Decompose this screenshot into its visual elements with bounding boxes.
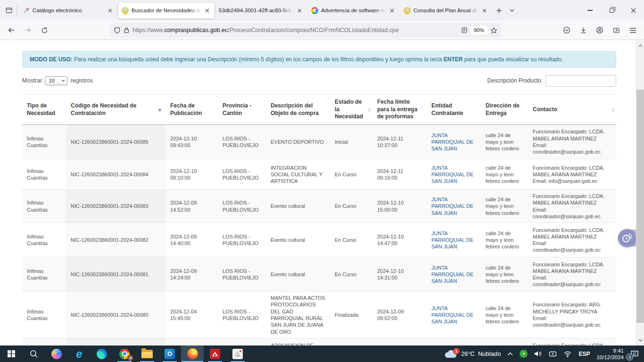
tab-close-icon[interactable]	[388, 6, 396, 15]
cell-provincia-canton	[218, 338, 266, 346]
browser-toolbar: https://www.compraspublicas.gob.ec/Proce…	[0, 21, 644, 40]
acrobat-button[interactable]	[204, 346, 226, 362]
header-tipo-necesidad[interactable]: Tipo de Necesidad	[22, 95, 66, 125]
zoom-level-button[interactable]: 90%	[471, 26, 487, 34]
header-descripcion-objeto[interactable]: Descripción del Objeto de compra	[266, 95, 330, 125]
google-favicon	[311, 7, 318, 14]
menu-button[interactable]	[625, 23, 640, 37]
pocket-icon[interactable]	[559, 23, 574, 37]
send-tab-button[interactable]	[609, 23, 624, 37]
ecuador-emblem-favicon	[404, 7, 411, 14]
length-menu-suffix: registros	[70, 77, 93, 84]
tab-pdf-blob[interactable]: 53db2494-3001-42ff-ac80-5c5	[215, 3, 307, 18]
firefox-view-button[interactable]	[3, 3, 17, 17]
url-domain: compraspublicas.gob.ec	[164, 27, 228, 33]
header-fecha-publicacion[interactable]: Fecha de Publicación	[165, 95, 218, 125]
antivirus-tray-button[interactable]: ✦	[516, 346, 531, 362]
header-provincia-canton[interactable]: Provincia - Cantón	[218, 95, 266, 125]
cell-fecha-publicacion: 2024-12-09 14:52:00	[165, 190, 218, 223]
product-description-input[interactable]	[545, 75, 616, 87]
scrollbar-thumb[interactable]	[636, 90, 644, 323]
internet-explorer-button[interactable]: e	[68, 346, 91, 362]
outlook-button[interactable]: O	[158, 346, 181, 362]
restore-button[interactable]	[601, 0, 622, 21]
tab-close-icon[interactable]	[295, 6, 304, 15]
file-explorer-button[interactable]	[136, 346, 158, 362]
header-estado[interactable]: Estado de la Necesidad▲▼	[330, 95, 372, 125]
close-button[interactable]	[622, 0, 644, 21]
restore-icon	[610, 8, 614, 13]
tab-buscador-necesidades[interactable]: Buscador de Necesidades de	[118, 3, 215, 18]
entidad-contratante-link[interactable]: JUNTA PARROQUIAL DE SAN JUAN	[431, 197, 473, 216]
edge-button[interactable]	[91, 346, 113, 362]
page-scrollbar[interactable]	[636, 41, 644, 346]
wireless-display-button[interactable]	[545, 346, 560, 362]
tab-close-icon[interactable]	[203, 6, 211, 15]
notification-center-button[interactable]: 3	[627, 346, 642, 362]
header-direccion[interactable]: Dirección de Entrega	[481, 95, 528, 125]
chrome-profile-badge: G	[127, 355, 133, 361]
usage-notice-banner: MODO DE USO: Para realizar una búsqueda …	[22, 51, 616, 68]
cell-descripcion-objeto: Evento cultural	[266, 190, 330, 223]
cell-direccion-entrega	[481, 338, 528, 346]
header-fecha-limite[interactable]: Fecha límite para la entrega de proforma…	[372, 95, 427, 125]
scroll-down-icon[interactable]	[636, 336, 644, 345]
cell-contacto: Funcionario Encargado: LCDA.	[528, 338, 616, 346]
cell-fecha-limite: 2024-12-10 15:00:00	[372, 190, 427, 223]
cell-tipo-necesidad: Ínfimas Cuantías	[22, 190, 66, 223]
start-button[interactable]	[0, 346, 23, 362]
table-row: Ínfimas Cuantías NIC-1260023860001-2024-…	[22, 159, 616, 190]
minimize-button[interactable]	[579, 0, 601, 21]
cell-fecha-publicacion: 2024-12-09 14:24:00	[165, 257, 218, 292]
account-button[interactable]	[592, 23, 607, 37]
downloads-button[interactable]	[576, 23, 591, 37]
url-bar[interactable]: https://www.compraspublicas.gob.ec/Proce…	[110, 23, 501, 38]
entidad-contratante-link[interactable]: JUNTA PARROQUIAL DE SAN JUAN	[431, 230, 473, 250]
scroll-up-icon[interactable]	[636, 41, 644, 50]
weather-widget[interactable]: 1 26°C Nublado	[440, 346, 504, 362]
entidad-contratante-link[interactable]: JUNTA PARROQUIAL DE SAN JUAN	[431, 265, 473, 284]
back-button[interactable]	[4, 23, 19, 37]
tab-consulta-plan-anual[interactable]: Consulta del Plan Anual de C	[400, 3, 492, 18]
network-button[interactable]	[560, 346, 575, 362]
new-tab-button[interactable]	[492, 4, 505, 17]
cell-entidad: JUNTA PARROQUIAL DE SAN JUAN	[427, 190, 481, 223]
outlook-icon: O	[165, 349, 175, 359]
tab-catalogo-electronico[interactable]: Catálogo electrónico	[19, 3, 117, 18]
cell-estado: En Curso	[330, 159, 372, 190]
reader-view-icon[interactable]	[461, 27, 468, 33]
chrome-button[interactable]: G	[113, 346, 136, 362]
firefox-button[interactable]	[181, 346, 204, 362]
language-indicator[interactable]: ESP	[575, 346, 593, 362]
bookmark-star-icon[interactable]	[490, 27, 497, 34]
list-all-tabs-button[interactable]	[505, 4, 519, 17]
tray-overflow-button[interactable]	[504, 346, 516, 362]
table-row: Ínfimas Cuantías NIC-1260023860001-2024-…	[22, 190, 616, 223]
java-app-button[interactable]: ♨	[226, 346, 249, 362]
weather-temp: 26°C	[461, 350, 475, 357]
lock-icon[interactable]	[124, 27, 130, 33]
entidad-contratante-link[interactable]: JUNTA PARROQUIAL DE SAN JUAN	[431, 132, 473, 152]
header-entidad[interactable]: Entidad Contratante	[427, 95, 481, 125]
taskbar-search-button[interactable]	[23, 346, 45, 362]
cell-entidad: JUNTA PARROQUIAL DE SAN JUAN	[427, 159, 481, 190]
tab-close-icon[interactable]	[480, 6, 488, 15]
windows-taskbar: e G O ♨ 1 26°C Nublado ✦ ESP 9:41	[0, 346, 644, 362]
reload-button[interactable]	[37, 23, 52, 37]
tab-close-icon[interactable]	[106, 6, 114, 15]
records-per-page-select[interactable]: 10	[45, 76, 67, 85]
entidad-contratante-link[interactable]: JUNTA PARROQUIAL DE SAN JUAN	[431, 165, 473, 184]
header-contacto[interactable]: Contacto▲▼	[528, 95, 616, 125]
forward-button[interactable]	[20, 23, 35, 37]
length-menu-prefix: Mostrar	[22, 77, 42, 84]
entidad-contratante-link[interactable]: JUNTA PARROQUIAL DE SAN JUAN	[431, 305, 473, 325]
notice-text: Para realizar una búsqueda usted debe in…	[73, 56, 444, 63]
tab-title: Consulta del Plan Anual de C	[413, 8, 478, 13]
tab-advertencia-software[interactable]: Advertencia de software mali	[308, 3, 399, 18]
volume-button[interactable]	[531, 346, 545, 362]
copilot-button[interactable]	[45, 346, 68, 362]
header-codigo[interactable]: Código de Necesidad de Contratación▼	[66, 95, 165, 125]
clock-widget[interactable]: 9:41 10/12/2024	[593, 346, 627, 362]
tracking-shield-icon[interactable]	[114, 27, 121, 34]
cell-descripcion-objeto: ADQUISICION DE	[266, 338, 330, 346]
